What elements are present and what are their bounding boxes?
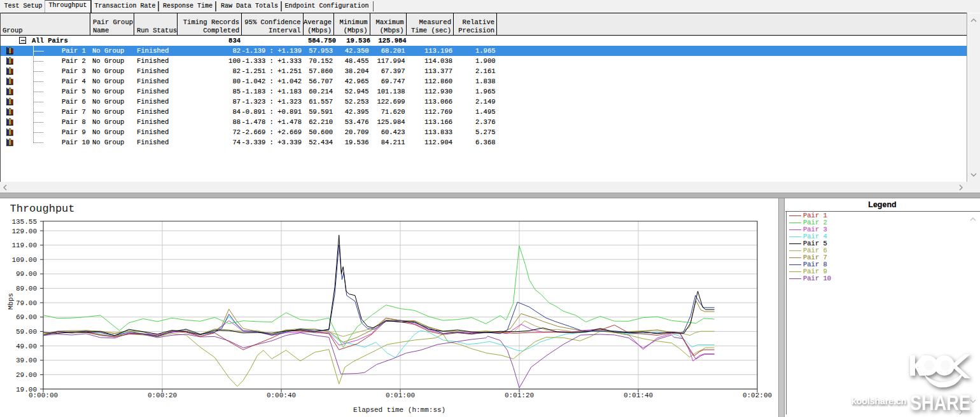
svg-text:59.00: 59.00 — [16, 328, 37, 336]
svg-text:29.00: 29.00 — [16, 371, 37, 379]
svg-text:119.00: 119.00 — [11, 242, 37, 249]
svg-text:69.00: 69.00 — [16, 313, 37, 321]
svg-text:Throughput: Throughput — [10, 203, 75, 215]
svg-text:79.00: 79.00 — [16, 299, 37, 307]
svg-text:109.00: 109.00 — [11, 256, 37, 264]
svg-text:135.55: 135.55 — [11, 218, 37, 226]
svg-text:Elapsed time (h:mm:ss): Elapsed time (h:mm:ss) — [353, 406, 445, 414]
svg-text:49.00: 49.00 — [16, 343, 37, 350]
svg-text:SHARE: SHARE — [910, 391, 970, 413]
svg-text:0:00:40: 0:00:40 — [267, 392, 296, 399]
svg-text:0:00:00: 0:00:00 — [29, 392, 58, 399]
svg-text:0:01:40: 0:01:40 — [624, 392, 653, 399]
svg-text:0:00:20: 0:00:20 — [148, 392, 177, 399]
svg-text:0:02:00: 0:02:00 — [743, 392, 772, 399]
svg-text:89.00: 89.00 — [16, 285, 37, 292]
svg-text:Mbps: Mbps — [7, 293, 15, 310]
svg-text:39.00: 39.00 — [16, 357, 37, 364]
svg-text:129.00: 129.00 — [11, 228, 37, 235]
svg-text:0:01:20: 0:01:20 — [505, 392, 534, 399]
svg-text:0:01:00: 0:01:00 — [386, 392, 415, 399]
svg-text:99.00: 99.00 — [16, 270, 37, 278]
